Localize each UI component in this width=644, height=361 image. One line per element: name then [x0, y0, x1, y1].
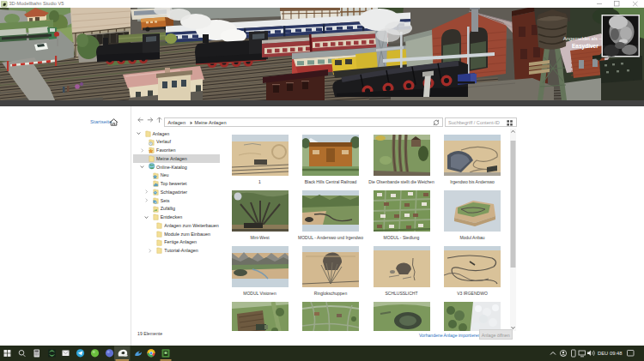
svg-text:DEU: DEU — [598, 351, 608, 356]
svg-text:Angemeldet als —: Angemeldet als — — [563, 36, 605, 41]
svg-text:Easydiver: Easydiver — [572, 43, 598, 50]
svg-text:09:48: 09:48 — [610, 351, 623, 356]
